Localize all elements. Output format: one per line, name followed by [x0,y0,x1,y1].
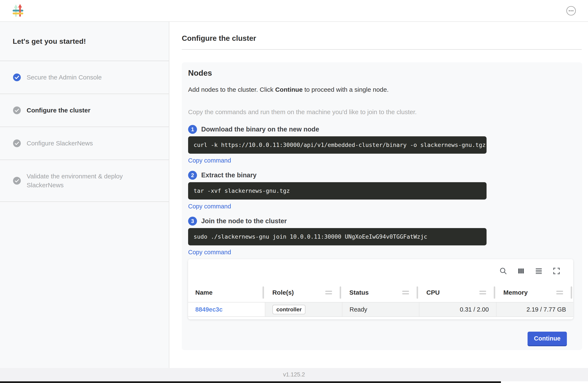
sidebar-item-validate-deploy: Validate the environment & deploy Slacke… [0,160,169,202]
copy-commands-hint: Copy the commands and run them on the ma… [188,108,573,116]
column-resize-handle[interactable] [571,286,572,299]
nodes-table-card: Name Role(s) Status [188,259,573,319]
continue-button[interactable]: Continue [527,332,567,345]
bottom-edge [0,381,588,383]
step-1-number-badge: 1 [188,125,197,134]
node-memory-cell: 2.19 / 7.77 GB [496,302,573,317]
node-status-cell: Ready [342,302,419,317]
step-2-number-badge: 2 [188,171,197,180]
sidebar-item-label: Configure the cluster [27,106,90,115]
column-drag-handle-icon[interactable] [325,291,332,294]
columns-icon [517,267,525,275]
check-pending-icon [13,139,21,148]
column-header-roles[interactable]: Role(s) [265,283,342,302]
show-hide-columns-button[interactable] [516,266,526,276]
column-header-cpu[interactable]: CPU [419,283,496,302]
column-header-status[interactable]: Status [342,283,419,302]
app-footer: v1.125.2 [0,368,588,381]
sidebar-item-secure-admin-console: Secure the Admin Console [0,61,169,94]
column-drag-handle-icon[interactable] [479,291,486,294]
step-1-command-code: curl -k https://10.0.0.11:30000/api/v1/e… [188,136,486,154]
sidebar-item-label: Secure the Admin Console [27,73,102,82]
continue-row: Continue [188,332,573,345]
column-resize-handle[interactable] [263,286,264,299]
app-version: v1.125.2 [283,371,305,378]
sidebar-item-label: Configure SlackerNews [27,139,93,148]
nodes-card: Nodes Add nodes to the cluster. Click Co… [182,62,582,350]
intro-prefix: Add nodes to the cluster. Click [188,86,275,93]
main-content: Configure the cluster Nodes Add nodes to… [169,22,588,368]
column-resize-handle[interactable] [417,286,418,299]
table-search-button[interactable] [498,266,508,276]
column-drag-handle-icon[interactable] [556,291,563,294]
column-label: Role(s) [272,289,294,296]
check-pending-icon [13,176,21,185]
intro-suffix: to proceed with a single node. [303,86,389,93]
fullscreen-button[interactable] [552,266,561,276]
sidebar-heading: Let's get you started! [0,22,169,61]
top-navbar [0,0,588,22]
table-row-node: 8849ec3c controller Ready 0.31 / 2.00 2.… [188,302,573,317]
step-3-copy-command-link[interactable]: Copy command [188,249,231,256]
density-icon [535,267,543,275]
node-name-cell: 8849ec3c [188,302,265,317]
slackernews-logo-icon [12,4,24,18]
node-roles-cell: controller [265,302,342,317]
step-1-title: Download the binary on the new node [201,126,319,133]
step-3-header: 3 Join the node to the cluster [188,217,573,226]
column-resize-handle[interactable] [494,286,495,299]
check-complete-icon [13,73,21,82]
sidebar-item-label: Validate the environment & deploy Slacke… [27,172,145,190]
step-2-title: Extract the binary [201,171,257,179]
column-drag-handle-icon[interactable] [402,291,409,294]
table-header-row: Name Role(s) Status [188,283,573,302]
toggle-density-button[interactable] [534,266,544,276]
ellipsis-circle-icon [566,6,576,16]
column-label: CPU [426,289,440,296]
nodes-intro-text: Add nodes to the cluster. Click Continue… [188,86,573,93]
column-header-memory[interactable]: Memory [496,283,573,302]
step-3-command-code: sudo ./slackernews-gnu join 10.0.0.11:30… [188,228,486,245]
check-pending-icon [13,106,21,115]
column-resize-handle[interactable] [340,286,341,299]
more-options-button[interactable] [566,5,577,16]
intro-continue-word: Continue [275,86,303,93]
table-toolbar [188,259,573,283]
nodes-table: Name Role(s) Status [188,283,573,317]
search-icon [499,267,507,275]
setup-steps-sidebar: Let's get you started! Secure the Admin … [0,22,169,368]
step-2-command-code: tar -xvf slackernews-gnu.tgz [188,182,486,200]
step-3-number-badge: 3 [188,217,197,226]
fullscreen-icon [552,267,561,275]
node-cpu-cell: 0.31 / 2.00 [419,302,496,317]
step-2-header: 2 Extract the binary [188,171,573,180]
step-2-copy-command-link[interactable]: Copy command [188,203,231,210]
node-name-link[interactable]: 8849ec3c [195,306,223,313]
page-title: Configure the cluster [182,34,588,43]
step-1-copy-command-link[interactable]: Copy command [188,157,231,164]
column-label: Name [195,289,213,296]
bottom-dark-bar [0,381,501,383]
role-badge: controller [273,305,305,314]
step-3-title: Join the node to the cluster [201,217,287,225]
sidebar-item-configure-cluster: Configure the cluster [0,94,169,127]
sidebar-item-configure-slackernews: Configure SlackerNews [0,127,169,160]
column-label: Status [349,289,369,296]
column-label: Memory [504,289,528,296]
nodes-heading: Nodes [188,69,573,78]
column-header-name[interactable]: Name [188,283,265,302]
step-1-header: 1 Download the binary on the new node [188,125,573,134]
title-divider [182,49,582,50]
